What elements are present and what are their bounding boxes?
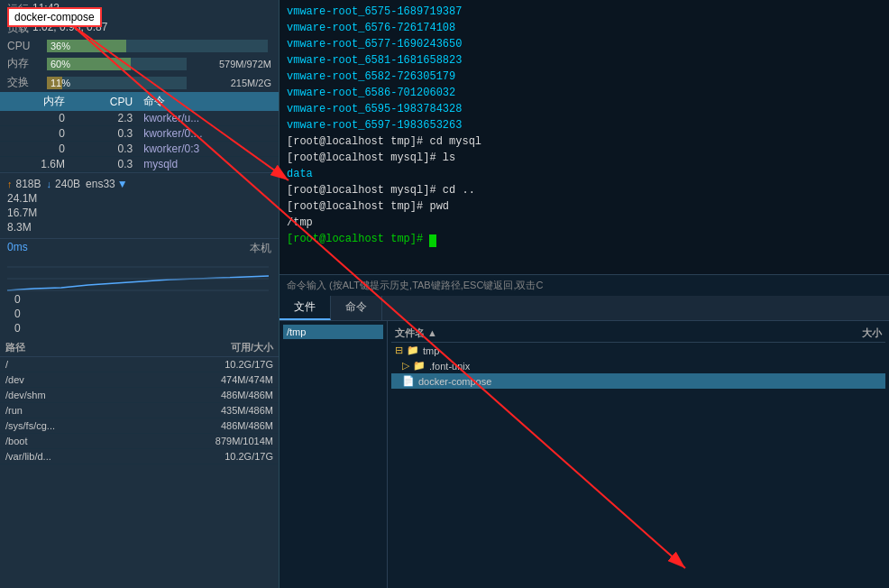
tree-row-docker-compose[interactable]: 📄 docker-compose	[391, 373, 885, 389]
disk-size: 879M/1014M	[131, 434, 279, 449]
tab-files[interactable]: 文件	[280, 296, 331, 320]
network-chart	[7, 256, 269, 292]
disk-size: 486M/486M	[131, 418, 279, 434]
proc-cpu: 0.3	[70, 126, 138, 142]
net-v1: 24.1M	[7, 192, 37, 205]
file-icon-docker: 📄	[402, 375, 415, 387]
disk-path: /dev/shm	[0, 388, 131, 403]
file-tree-header: 文件名 ▲ 大小	[391, 325, 885, 343]
net-val-2: 16.7M	[7, 206, 271, 220]
disk-path: /boot	[0, 434, 131, 449]
proc-cmd: kworker/u...	[138, 111, 279, 126]
tab-commands[interactable]: 命令	[331, 296, 382, 320]
proc-mem: 0	[0, 111, 70, 126]
disk-col-path: 路径	[0, 339, 131, 357]
swap-label: 交换	[7, 75, 43, 90]
proc-cpu: 2.3	[70, 111, 138, 126]
swap-detail: 215M/2G	[190, 78, 271, 88]
mem-row: 内存 60% 579M/972M	[0, 54, 279, 73]
proc-cmd: kworker/0:...	[138, 126, 279, 142]
terminal-line: vmware-root_6577-1690243650	[287, 36, 882, 52]
docker-compose-label: docker-compose	[7, 7, 102, 27]
net-interface: ens33	[86, 178, 115, 190]
process-row: 0 2.3 kworker/u...	[0, 111, 279, 126]
disk-path: /sys/fs/cg...	[0, 418, 131, 434]
expand-icon-font: ▷	[402, 360, 409, 372]
disk-path: /dev	[0, 372, 131, 388]
net-v2: 16.7M	[7, 207, 37, 219]
disk-row: /var/lib/d... 10.2G/17G	[0, 449, 279, 464]
disk-table: 路径 可用/大小 / 10.2G/17G /dev 474M/474M /dev…	[0, 339, 279, 464]
terminal-line: [root@localhost mysql]# cd ..	[287, 182, 882, 198]
terminal-line: /tmp	[287, 215, 882, 231]
terminal-line: vmware-root_6597-1983653263	[287, 117, 882, 133]
net-down-arrow: ↓	[47, 179, 52, 189]
net-up-arrow: ↑	[7, 179, 13, 189]
system-monitor-panel: 运行 11:43 负载 1.02, 0.98, 0.87 CPU 36% 内存 …	[0, 0, 280, 588]
process-row: 0 0.3 kworker/0:...	[0, 126, 279, 142]
disk-col-size: 可用/大小	[131, 339, 279, 357]
mem-percent: 60%	[50, 58, 70, 70]
swap-percent: 11%	[50, 77, 70, 89]
net-val-3: 8.3M	[7, 220, 271, 234]
terminal-line: vmware-root_6586-701206032	[287, 85, 882, 101]
file-sidebar[interactable]: /tmp	[280, 321, 388, 588]
proc-cmd: mysqld	[138, 157, 279, 172]
disk-row: /boot 879M/1014M	[0, 434, 279, 449]
terminal-line: [root@localhost tmp]# pwd	[287, 198, 882, 215]
terminal-line: vmware-root_6595-1983784328	[287, 101, 882, 117]
folder-name-font: .font-unix	[429, 361, 470, 372]
disk-row: /dev 474M/474M	[0, 372, 279, 388]
terminal-output[interactable]: vmware-root_6575-1689719387vmware-root_6…	[280, 0, 889, 274]
net-down-val: 240B	[55, 178, 80, 190]
terminal-cursor	[429, 234, 436, 247]
terminal-line: vmware-root_6581-1681658823	[287, 52, 882, 69]
process-table: 内存 CPU 命令 0 2.3 kworker/u... 0 0.3 kwork…	[0, 92, 279, 172]
proc-mem: 0	[0, 142, 70, 157]
proc-col-mem: 内存	[0, 92, 70, 111]
current-path[interactable]: /tmp	[283, 325, 383, 339]
net-val-1: 24.1M	[7, 191, 271, 206]
latency-value: 0ms	[7, 241, 28, 256]
folder-name-tmp: tmp	[423, 345, 439, 356]
disk-path: /var/lib/d...	[0, 449, 131, 464]
disk-path: /run	[0, 403, 131, 418]
disk-row: /dev/shm 486M/486M	[0, 388, 279, 403]
terminal-line: vmware-root_6575-1689719387	[287, 4, 882, 20]
proc-col-cpu: CPU	[70, 92, 138, 111]
proc-cmd: kworker/0:3	[138, 142, 279, 157]
swap-progress-bg: 11%	[47, 77, 187, 89]
cpu-label: CPU	[7, 40, 43, 52]
expand-icon: ⊟	[395, 345, 403, 356]
disk-size: 10.2G/17G	[131, 357, 279, 372]
col-filename: 文件名 ▲	[395, 326, 828, 340]
file-browser[interactable]: /tmp 文件名 ▲ 大小 ⊟ 📁 tmp ▷ 📁 .font-unix	[280, 321, 889, 588]
disk-size: 435M/486M	[131, 403, 279, 418]
mem-progress-bg: 60%	[47, 58, 187, 70]
terminal-line: [root@localhost tmp]#	[287, 231, 882, 247]
col-size: 大小	[828, 326, 882, 340]
latency-section: 0ms 本机 0 0 0	[0, 238, 279, 337]
zero-row-1: 0	[7, 292, 271, 307]
disk-size: 10.2G/17G	[131, 449, 279, 464]
terminal-line: vmware-root_6576-726174108	[287, 20, 882, 36]
tree-row-font-unix[interactable]: ▷ 📁 .font-unix	[391, 358, 885, 373]
mem-label: 内存	[7, 56, 43, 71]
proc-col-cmd: 命令	[138, 92, 279, 111]
tree-row-root[interactable]: ⊟ 📁 tmp	[391, 343, 885, 358]
network-section: ↑ 818B ↓ 240B ens33 ▼ 24.1M 16.7M 8.3M	[0, 172, 279, 238]
file-name-docker-compose: docker-compose	[418, 376, 491, 387]
terminal-line: [root@localhost tmp]# cd mysql	[287, 133, 882, 150]
disk-row: /run 435M/486M	[0, 403, 279, 418]
folder-icon-font: 📁	[413, 360, 426, 372]
proc-cpu: 0.3	[70, 142, 138, 157]
net-v3: 8.3M	[7, 221, 32, 234]
tab-bar[interactable]: 文件 命令	[280, 296, 889, 321]
disk-row: / 10.2G/17G	[0, 357, 279, 372]
disk-size: 474M/474M	[131, 372, 279, 388]
command-input-bar: 命令输入 (按ALT键提示历史,TAB键路径,ESC键返回,双击C	[280, 274, 889, 296]
disk-size: 486M/486M	[131, 388, 279, 403]
mem-detail: 579M/972M	[190, 59, 271, 69]
swap-row: 交换 11% 215M/2G	[0, 73, 279, 92]
file-tree[interactable]: 文件名 ▲ 大小 ⊟ 📁 tmp ▷ 📁 .font-unix 📄 docker…	[388, 321, 889, 588]
